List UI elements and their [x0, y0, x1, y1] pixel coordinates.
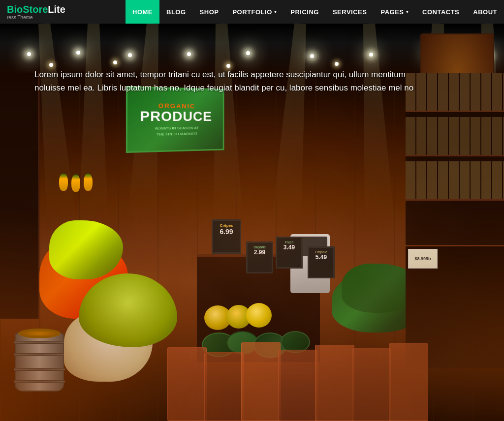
right-shelf-2: [406, 117, 504, 156]
barrel-ring-4: [14, 380, 65, 383]
logo-lite: Lite: [48, 4, 65, 15]
nav-about[interactable]: ABOUT: [466, 0, 504, 24]
shelf-far-left: [0, 73, 39, 319]
organic-produce-sign: ORGANIC PRODUCE ALWAYS IN SEASON AT THE …: [126, 86, 224, 153]
barrel-content: [18, 329, 61, 338]
chevron-down-icon-2: ▾: [406, 9, 409, 14]
package-5: [315, 345, 354, 421]
logo-bio: BioStore: [7, 4, 48, 15]
chalkboard-sign-1: Crêpes 6.99: [212, 219, 241, 254]
ceiling-light-2: [76, 51, 80, 55]
sign-sub-text: ALWAYS IN SEASON AT THE FRESH MARKET!: [155, 125, 199, 137]
pineapple-3: [84, 174, 93, 191]
barrel-ring-2: [14, 353, 65, 356]
chalkboard-sign-2: Organic 2.99: [246, 241, 273, 273]
ceiling-light-3: [128, 53, 132, 57]
ceiling-light-13: [335, 62, 339, 66]
front-produce-display: [167, 313, 443, 421]
nav-contacts[interactable]: CONTACTS: [415, 0, 466, 24]
right-shelf-3: [406, 161, 504, 201]
ceiling-light-4: [187, 52, 191, 56]
ceiling-light-12: [226, 64, 230, 68]
nav-services[interactable]: SERVICES: [326, 0, 374, 24]
package-3: [241, 342, 281, 421]
ceiling-light-7: [369, 53, 373, 57]
store-background: ORGANIC PRODUCE ALWAYS IN SEASON AT THE …: [0, 24, 504, 421]
pineapple-2: [71, 175, 80, 192]
pineapple-1: [59, 174, 68, 191]
ceiling-light-1: [27, 52, 31, 56]
site-header: BioStoreLite ress Theme HOME BLOG SHOP P…: [0, 0, 504, 24]
chevron-down-icon: ▾: [274, 9, 277, 14]
hero-section: ORGANIC PRODUCE ALWAYS IN SEASON AT THE …: [0, 0, 504, 421]
ceiling-light-10: [49, 63, 53, 67]
nav-shop[interactable]: SHOP: [193, 0, 226, 24]
sign-produce-text: PRODUCE: [140, 110, 212, 124]
chalkboard-sign-4: Organic 5.49: [308, 246, 335, 278]
nav-portfolio[interactable]: PORTFOLIO ▾: [225, 0, 284, 24]
package-6: [352, 348, 391, 421]
ceiling-light-6: [310, 54, 314, 58]
main-nav: HOME BLOG SHOP PORTFOLIO ▾ PRICING SERVI…: [126, 0, 504, 24]
chalkboard-sign-3: Fresh 3.49: [276, 237, 303, 269]
logo-title: BioStoreLite: [7, 4, 65, 15]
barrel-ring-1: [14, 341, 65, 344]
logo-subtitle: ress Theme: [7, 15, 65, 20]
nav-pricing[interactable]: PRICING: [284, 0, 326, 24]
nav-home[interactable]: HOME: [126, 0, 159, 24]
barrel-ring-3: [14, 368, 65, 371]
package-4: [278, 350, 317, 421]
ceiling-light-5: [246, 51, 250, 55]
deli-price-tag-1: $8.99/lb: [408, 249, 438, 269]
hero-body-text: Lorem ipsum dolor sit amet, tempor trita…: [34, 68, 438, 94]
ceiling-light-11: [113, 60, 117, 64]
nav-blog[interactable]: BLOG: [159, 0, 193, 24]
logo-area: BioStoreLite ress Theme: [0, 4, 65, 20]
metal-barrel: [15, 332, 64, 391]
nav-pages[interactable]: PAGES ▾: [374, 0, 415, 24]
hero-text: Lorem ipsum dolor sit amet, tempor trita…: [34, 68, 438, 94]
package-2: [204, 352, 244, 421]
package-7: [389, 343, 428, 421]
package-1: [167, 347, 207, 421]
